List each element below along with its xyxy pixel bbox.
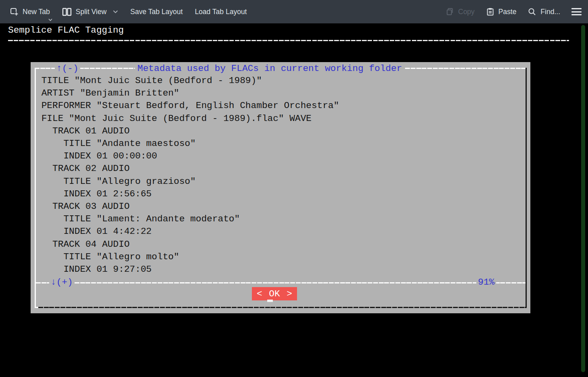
save-tab-layout-label: Save Tab Layout — [130, 8, 183, 16]
copy-label: Copy — [458, 8, 475, 16]
ok-button-label: OK — [269, 289, 280, 299]
textbox-line: TRACK 04 AUDIO — [36, 238, 339, 251]
ok-button-right-bracket: > — [287, 289, 292, 299]
textbox-line: TRACK 03 AUDIO — [36, 200, 339, 213]
hamburger-menu-icon[interactable] — [571, 7, 582, 16]
dialog-button-separator — [36, 282, 526, 283]
new-tab-label: New Tab — [23, 8, 50, 16]
terminal-cursor — [267, 300, 273, 302]
textbox-line: TRACK 02 AUDIO — [36, 162, 339, 175]
terminal-app-title: Semplice FLAC Tagging — [8, 24, 124, 37]
terminal-scrollbar[interactable] — [581, 25, 585, 372]
save-tab-layout-button[interactable]: Save Tab Layout — [130, 8, 183, 16]
find-label: Find... — [540, 8, 560, 16]
scroll-up-indicator: ↑(-) — [55, 63, 80, 74]
textbox-line: TITLE "Lament: Andante moderato" — [36, 213, 339, 225]
textbox-line: INDEX 01 00:00:00 — [36, 150, 339, 162]
textbox-line: TITLE "Allegro molto" — [36, 251, 339, 263]
dialog-border-bottom — [38, 307, 527, 308]
ok-button[interactable]: < OK > — [252, 287, 297, 300]
ok-button-left-bracket: < — [257, 289, 262, 299]
dialog-border-right — [526, 68, 527, 308]
textbox-line: ARTIST "Benjamin Britten" — [36, 87, 339, 100]
toolbar: New Tab Split View Save Tab Layout Load … — [0, 0, 588, 23]
toolbar-right-group: Copy Paste Find... — [445, 7, 582, 16]
textbox-line: INDEX 01 2:56:65 — [36, 188, 339, 200]
split-view-dropdown-chevron-icon[interactable] — [113, 10, 118, 14]
textbox-line: FILE "Mont Juic Suite (Bedford - 1989).f… — [36, 112, 339, 125]
textbox-content: TITLE "Mont Juic Suite (Bedford - 1989)"… — [36, 75, 339, 276]
new-tab-button[interactable]: New Tab — [10, 7, 50, 16]
paste-label: Paste — [499, 8, 517, 16]
terminal-screen: Semplice FLAC Tagging ↑(-) Metadata used… — [0, 23, 588, 377]
load-tab-layout-label: Load Tab Layout — [195, 8, 247, 16]
toolbar-left-group: New Tab Split View Save Tab Layout Load … — [10, 7, 247, 16]
split-view-icon — [62, 8, 72, 16]
split-view-label: Split View — [76, 8, 107, 16]
copy-icon — [445, 7, 454, 16]
new-tab-icon — [10, 7, 19, 16]
textbox-line: INDEX 01 9:27:05 — [36, 263, 339, 276]
textbox-line: TITLE "Allegro grazioso" — [36, 175, 339, 188]
textbox-line: TITLE "Andante maestoso" — [36, 137, 339, 150]
load-tab-layout-button[interactable]: Load Tab Layout — [195, 8, 247, 16]
copy-button: Copy — [445, 7, 475, 16]
textbox-line: INDEX 01 4:42:22 — [36, 225, 339, 238]
textbox-line: TRACK 01 AUDIO — [36, 125, 339, 137]
paste-button[interactable]: Paste — [486, 7, 517, 16]
scroll-percent: 91% — [476, 277, 496, 287]
textbox-line: PERFORMER "Steuart Bedford, English Cham… — [36, 100, 339, 112]
metadata-dialog: ↑(-) Metadata used by FLACs in current w… — [31, 62, 530, 313]
paste-icon — [486, 7, 495, 16]
scroll-down-indicator: ↓(+) — [49, 277, 75, 287]
search-icon — [528, 7, 536, 16]
title-underline-rule — [8, 40, 569, 41]
textbox-line: TITLE "Mont Juic Suite (Bedford - 1989)" — [36, 75, 339, 87]
dialog-border-corner — [35, 307, 38, 308]
split-view-button[interactable]: Split View — [62, 8, 118, 16]
dialog-title: Metadata used by FLACs in current workin… — [135, 63, 405, 74]
new-tab-dropdown-chevron-icon[interactable] — [48, 19, 52, 21]
find-button[interactable]: Find... — [528, 7, 560, 16]
